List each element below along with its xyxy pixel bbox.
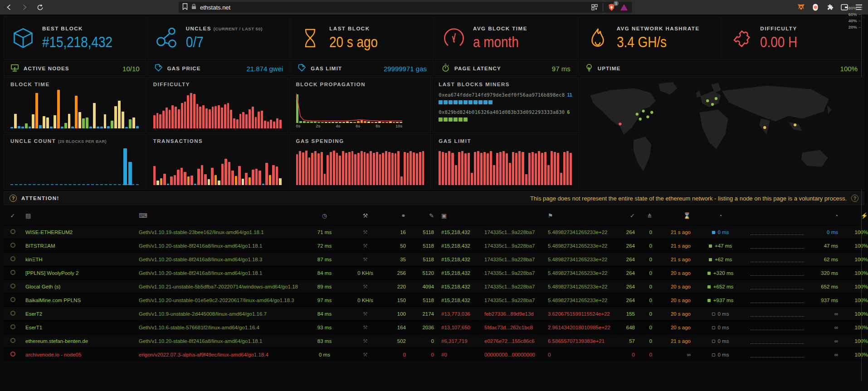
help-circle-icon[interactable]: ?	[851, 195, 858, 202]
node-row[interactable]: EserT2Geth/v1.10.9-unstable-2d445008/lin…	[4, 307, 864, 320]
node-mining: ⚒	[346, 311, 385, 317]
chart-bar	[107, 126, 110, 128]
node-uncles: 0	[639, 257, 656, 262]
question-circle-icon: ?	[10, 195, 17, 202]
node-latency: 83 ms	[303, 338, 346, 344]
chart-bar	[175, 107, 177, 128]
world-map	[580, 78, 864, 189]
node-uncles: 0	[639, 243, 656, 249]
node-row[interactable]: archivenode.io - node05erigon/v2022.07.3…	[4, 347, 864, 361]
url-text[interactable]: ethstats.net	[200, 4, 230, 11]
chart-title: GAS SPENDING	[296, 138, 424, 144]
node-pending: 2036	[410, 325, 438, 330]
node-total-difficulty: 2.9614342018010985e+22	[544, 325, 617, 330]
chart-bar	[170, 176, 173, 185]
bookmark-icon[interactable]	[182, 3, 188, 12]
node-uncles: 0	[639, 311, 656, 317]
node-dot	[651, 111, 653, 114]
gauge-icon	[441, 26, 467, 50]
chart-bar	[118, 101, 121, 128]
node-status	[4, 324, 22, 330]
chart-gas-spending: GAS SPENDING	[289, 134, 431, 190]
node-row[interactable]: EserT1Geth/v1.10.6-stable-576681f2/linux…	[4, 320, 864, 334]
forward-button[interactable]	[20, 3, 29, 12]
chart-bar	[464, 153, 467, 185]
node-row[interactable]: ethereum.stefan-benten.deGeth/v1.10.20-s…	[4, 334, 864, 347]
node-block-hash: 174335c1...9a228ba7	[481, 243, 544, 249]
node-peers: 50	[385, 243, 410, 249]
stat-label: AVG NETWORK HASHRATE	[617, 26, 700, 31]
chart-bar	[279, 120, 282, 128]
chart-bar	[50, 127, 53, 128]
chart-bar	[276, 118, 278, 128]
node-mining: ⚒	[346, 283, 385, 290]
uncle-count-bars	[10, 147, 139, 185]
node-type: Geth/v1.10.20-unstable-01e5e9c2-20220617…	[135, 298, 303, 303]
metamask-icon[interactable]	[796, 3, 805, 12]
chart-bar	[18, 126, 20, 128]
node-row[interactable]: BITSTRΞAMGeth/v1.10.20-stable-8f2416a8/l…	[4, 239, 864, 252]
uncle-bar	[123, 148, 127, 185]
chart-bar	[166, 108, 168, 128]
check-circle-icon: ✓	[4, 212, 22, 219]
chart-bar	[515, 153, 517, 185]
argent-icon[interactable]	[811, 3, 820, 12]
chart-bar	[265, 163, 268, 185]
node-pending: 5118	[410, 243, 438, 249]
node-icon: ▤	[22, 212, 135, 219]
node-row[interactable]: kinΞTHGeth/v1.10.20-stable-8f2416a8/linu…	[4, 252, 864, 266]
qr-code-icon[interactable]	[590, 3, 599, 12]
chart-bar	[29, 127, 31, 128]
peers-icon: ⚭	[385, 212, 410, 219]
node-peers: 0	[385, 352, 410, 357]
chart-bar	[391, 153, 394, 185]
chart-bar	[296, 94, 299, 123]
nodes-table-header: ✓▤⌨◷⚒⚭✎▣⚑✓⋔⌛◔◔⚡	[4, 206, 864, 225]
ethstats-dashboard: BEST BLOCK #15,218,432 UNCLES (CURRENT /…	[0, 15, 868, 363]
miner-address: 0x829bd824b016326a401d083b33d092293333a8…	[439, 109, 565, 115]
node-row[interactable]: [PPLNS] WoolyPooly 2Geth/v1.10.20-stable…	[4, 266, 864, 279]
brave-shield-icon[interactable]: 1	[607, 3, 616, 12]
node-mining: ⚒	[346, 324, 385, 331]
propagation-line	[296, 90, 403, 123]
node-type: Geth/v1.10.20-stable-8f2416a8/linux-amd6…	[135, 257, 303, 262]
reload-button[interactable]	[35, 3, 44, 12]
node-uptime: 100%	[842, 325, 868, 330]
chart-bar	[333, 151, 335, 186]
node-best-block: #15,218,432	[438, 243, 481, 249]
chart-bar	[317, 153, 320, 185]
chart-bar	[190, 93, 192, 128]
chart-title: TRANSACTIONS	[153, 138, 282, 144]
address-bar[interactable]: ethstats.net 1	[179, 2, 632, 13]
chart-bar	[132, 117, 135, 128]
chart-bar	[509, 163, 511, 185]
node-name: BaikalMine.com PPLNS	[22, 298, 135, 303]
node-row[interactable]: Glocal Geth (s)Geth/v1.10.21-unstable-5b…	[4, 279, 864, 293]
extensions-puzzle-icon[interactable]	[825, 3, 834, 12]
chart-bar	[218, 181, 220, 185]
chart-block-time: BLOCK TIME	[4, 77, 146, 133]
chart-bar	[204, 174, 207, 185]
chart-bar	[242, 112, 244, 128]
node-row[interactable]: BaikalMine.com PPLNSGeth/v1.10.20-unstab…	[4, 293, 864, 307]
lock-icon	[191, 3, 196, 11]
chart-bar	[345, 153, 347, 185]
avalanche-icon[interactable]	[619, 3, 629, 12]
node-propagation: +47 ms	[694, 243, 746, 249]
chart-bar	[190, 176, 193, 185]
chart-bar	[455, 165, 457, 185]
chart-title: GAS LIMIT	[439, 138, 572, 144]
flame-icon	[585, 26, 610, 50]
chart-bar	[262, 184, 265, 185]
block-propagation-bars	[296, 90, 403, 123]
chart-bar	[385, 122, 388, 123]
node-pending: 5118	[410, 230, 438, 235]
chart-bar	[86, 117, 88, 128]
back-button[interactable]	[5, 3, 14, 12]
node-last-block: ∞	[656, 352, 694, 357]
node-block-hash: 5fdac73d...262c1bc8	[481, 325, 544, 330]
chart-bar	[270, 120, 272, 128]
chart-bar	[307, 122, 309, 123]
node-type: erigon/v2022.07.3-alpha-af9f49ec/linux-a…	[135, 352, 303, 357]
node-row[interactable]: WISE-ETHEREUM2Geth/v1.10.19-stable-23bee…	[4, 225, 864, 239]
